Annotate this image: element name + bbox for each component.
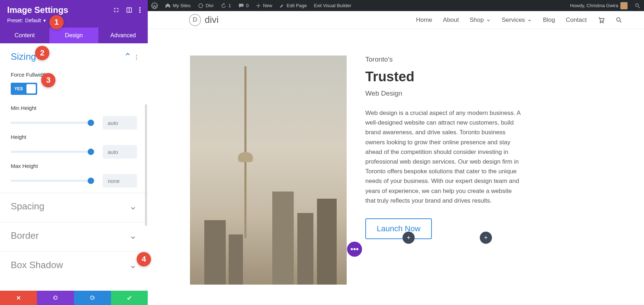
min-height-slider[interactable]	[11, 122, 92, 124]
expand-icon[interactable]	[113, 5, 119, 15]
tab-design[interactable]: Design	[49, 28, 99, 43]
columns-icon[interactable]	[126, 5, 132, 15]
height-label: Height	[11, 134, 137, 140]
section-border[interactable]: Border⌄	[11, 222, 137, 246]
svg-point-2	[635, 4, 638, 6]
height-slider[interactable]	[11, 151, 92, 153]
nav-contact[interactable]: Contact	[566, 16, 587, 24]
force-fullwidth-label: Force Fullwidth	[11, 72, 137, 78]
max-height-slider[interactable]	[11, 180, 92, 182]
add-module-button[interactable]: +	[402, 232, 415, 244]
chevron-down-icon: ⌄	[129, 230, 137, 241]
adminbar-search-icon[interactable]	[635, 3, 640, 9]
howdy-user[interactable]: Howdy, Christina Gwira	[570, 2, 628, 9]
cart-icon[interactable]	[597, 16, 605, 24]
settings-panel: Image Settings Preset: Default ▾ Content…	[0, 0, 148, 305]
max-height-value[interactable]: none	[103, 174, 137, 188]
tab-content[interactable]: Content	[0, 28, 49, 43]
exit-visual-builder-link[interactable]: Exit Visual Builder	[314, 3, 351, 8]
builder-fab[interactable]: •••	[347, 242, 362, 257]
cancel-button[interactable]	[0, 291, 37, 305]
nav-shop[interactable]: Shop	[469, 16, 491, 24]
annotation-badge-4: 4	[137, 252, 151, 266]
annotation-badge-3: 3	[41, 73, 55, 87]
kebab-icon[interactable]	[139, 5, 141, 15]
kebab-icon[interactable]	[136, 51, 137, 62]
panel-footer	[0, 291, 148, 305]
hero-sub: Web Design	[365, 89, 621, 97]
min-height-label: Min Height	[11, 105, 137, 111]
svg-point-9	[136, 57, 137, 58]
chevron-down-icon: ⌄	[129, 201, 137, 212]
svg-point-10	[136, 59, 137, 60]
min-height-value[interactable]: auto	[103, 116, 137, 130]
redo-button[interactable]	[74, 291, 111, 305]
save-button[interactable]	[111, 291, 148, 305]
nav-blog[interactable]: Blog	[543, 16, 555, 24]
add-module-button[interactable]: +	[480, 232, 492, 244]
edit-page-link[interactable]: Edit Page	[279, 3, 307, 8]
hero-title: Trusted	[365, 69, 621, 84]
hero-image[interactable]	[190, 55, 347, 285]
preset-picker[interactable]: Preset: Default ▾	[7, 18, 141, 23]
my-sites-link[interactable]: My Sites	[165, 3, 191, 9]
chevron-down-icon: ▾	[43, 18, 46, 23]
nav-home[interactable]: Home	[416, 16, 432, 24]
main-nav: Home About Shop Services Blog Contact	[416, 16, 623, 24]
undo-button[interactable]	[37, 291, 74, 305]
panel-title: Image Settings	[7, 5, 68, 15]
svg-point-7	[139, 11, 141, 13]
panel-header: Image Settings Preset: Default ▾	[0, 0, 148, 28]
svg-point-11	[600, 22, 601, 23]
svg-point-6	[139, 9, 141, 11]
svg-point-12	[602, 22, 604, 23]
updates-link[interactable]: 1	[221, 3, 231, 9]
annotation-badge-1: 1	[49, 15, 64, 29]
hero-sup: Toronto's	[365, 55, 621, 63]
hero-text: Toronto's Trusted Web Design Web design …	[365, 55, 621, 285]
cta-button[interactable]: Launch Now	[365, 218, 432, 239]
scrollbar-thumb[interactable]	[145, 104, 147, 226]
section-box-shadow[interactable]: Box Shadow⌄	[11, 252, 137, 276]
height-value[interactable]: auto	[103, 145, 137, 159]
site-name-link[interactable]: Divi	[198, 3, 214, 9]
site-brand[interactable]: D divi	[189, 14, 219, 26]
chevron-down-icon: ⌄	[129, 260, 137, 271]
brand-logo-icon: D	[189, 14, 201, 26]
wp-logo[interactable]	[151, 3, 158, 9]
svg-point-13	[616, 18, 620, 21]
svg-point-8	[136, 55, 137, 56]
avatar	[620, 2, 628, 9]
force-fullwidth-toggle[interactable]: YES	[11, 83, 37, 95]
search-icon[interactable]	[615, 16, 623, 24]
svg-point-1	[199, 4, 203, 8]
wp-admin-bar: My Sites Divi 1 0 New Edit Page Exit Vis…	[148, 0, 644, 11]
tab-advanced[interactable]: Advanced	[98, 28, 148, 43]
site-header: D divi Home About Shop Services Blog Con…	[148, 11, 644, 29]
annotation-badge-2: 2	[35, 46, 49, 60]
chevron-up-icon: ⌃	[124, 51, 132, 62]
comments-link[interactable]: 0	[238, 3, 249, 9]
section-spacing[interactable]: Spacing⌄	[11, 193, 137, 217]
panel-tabs: Content Design Advanced	[0, 28, 148, 43]
site-preview: D divi Home About Shop Services Blog Con…	[148, 11, 644, 305]
svg-point-5	[139, 7, 141, 9]
new-link[interactable]: New	[256, 3, 272, 8]
nav-about[interactable]: About	[443, 16, 459, 24]
section-sizing[interactable]: Sizing ⌃	[11, 43, 137, 67]
hero-body: Web design is a crucial aspect of any mo…	[365, 108, 523, 205]
hero-section: Toronto's Trusted Web Design Web design …	[148, 29, 644, 285]
nav-services[interactable]: Services	[502, 16, 532, 24]
max-height-label: Max Height	[11, 163, 137, 169]
